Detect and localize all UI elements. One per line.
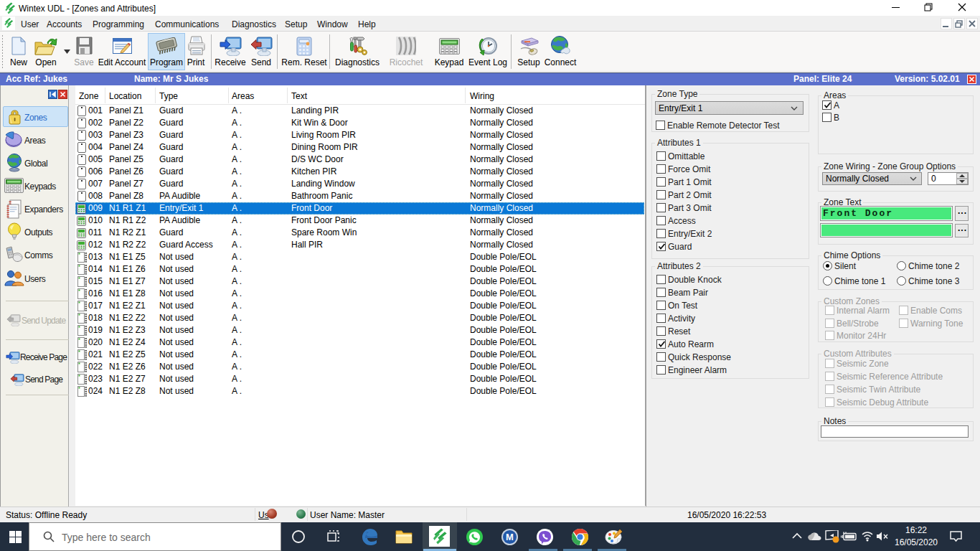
svg-text:M: M <box>506 532 514 542</box>
